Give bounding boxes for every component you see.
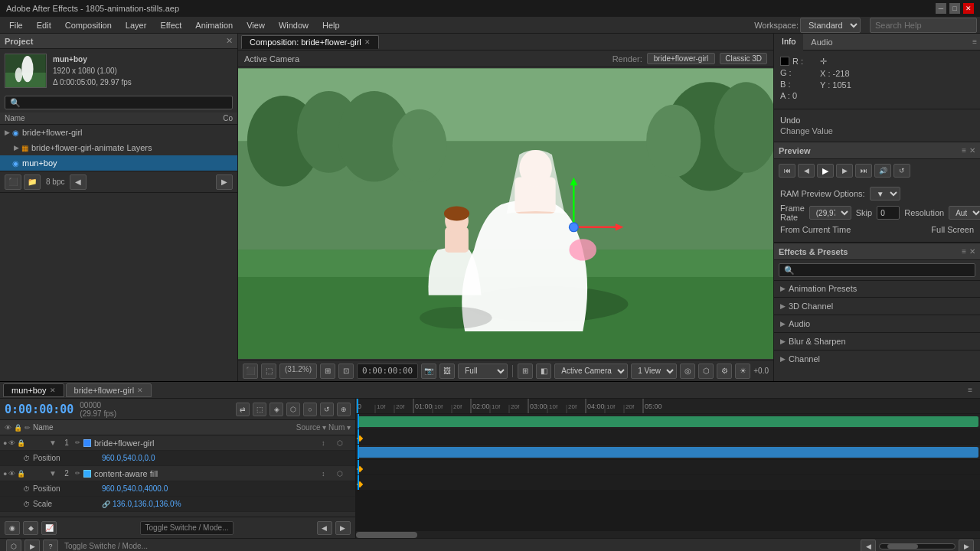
tl-switch-1[interactable]: 👁 [5,424,11,432]
tl-tool-4[interactable]: ⬡ [286,403,300,416]
go-to-start-button[interactable]: ⏮ [779,164,795,178]
audio-button[interactable]: 🔊 [874,164,891,178]
status-help[interactable]: ? [43,540,58,552]
panel-options-button[interactable]: ≡ [969,37,980,46]
play-button[interactable]: ▶ [817,164,834,178]
comp-tab-close[interactable]: ✕ [364,38,371,46]
zoom-control[interactable]: (31.2%) [279,364,317,379]
effect-audio[interactable]: ▶ Audio [774,316,980,331]
timeline-options-button[interactable]: ≡ [963,386,977,394]
menu-help[interactable]: Help [316,19,346,31]
effects-options-button[interactable]: ≡ [962,247,966,256]
tl-zoom-in-button[interactable]: ▶ [335,521,351,535]
layer-2-mode[interactable]: ⬡ [337,470,352,478]
project-options-button[interactable]: ▶ [216,174,233,190]
scrollbar-thumb[interactable] [356,532,417,538]
frame-rate-select[interactable]: (29,97) [809,206,851,220]
tl-tab-close2[interactable]: ✕ [137,386,143,394]
workspace-select[interactable]: Standard [800,18,861,33]
maximize-button[interactable]: □ [949,3,960,14]
timeline-zoom-thumb[interactable] [887,544,918,549]
tl-tab-close[interactable]: ✕ [50,386,56,394]
go-to-end-button[interactable]: ⏭ [855,164,872,178]
always-preview-button[interactable]: ⬛ [243,364,258,379]
new-comp-button[interactable]: ⬛ [5,174,21,190]
project-search-input[interactable] [5,96,233,109]
loop-button[interactable]: ↺ [893,164,910,178]
project-settings-button[interactable]: ◀ [70,174,87,190]
region-of-interest[interactable]: ⬚ [261,364,276,379]
comp-settings-button[interactable]: ⚙ [717,364,732,379]
skip-input[interactable] [877,206,900,220]
menu-animation[interactable]: Animation [189,19,239,31]
timeline-scrollbar[interactable] [356,530,980,538]
layer-1-vis[interactable]: 👁 [8,439,15,447]
position-value[interactable]: 960.0,540.0,0.0 [102,454,155,462]
menu-composition[interactable]: Composition [59,19,118,31]
timeline-tab-man-boy[interactable]: mun+boy ✕ [3,383,64,397]
view-select[interactable]: 1 View [631,364,677,379]
layer-2-solo[interactable]: ● [3,470,7,478]
tl-graph-editor-button[interactable]: 📈 [41,521,57,535]
effect-3d-channel[interactable]: ▶ 3D Channel [774,298,980,314]
timeline-tracks[interactable] [356,414,980,530]
render-button[interactable]: ◎ [680,364,695,379]
tl-add-keyframe-button[interactable]: ◆ [23,521,38,535]
tl-tool-7[interactable]: ⊕ [337,403,351,416]
layer-2-expand[interactable]: ▼ [49,469,61,478]
effects-close-button[interactable]: ✕ [969,247,975,256]
tl-tool-1[interactable]: ⇄ [236,403,250,416]
go-prev-frame-button[interactable]: ◀ [798,164,815,178]
layer-1-lock[interactable]: 🔒 [17,439,25,447]
timeline-ruler[interactable]: 0 10f 20f 01:00 10f 20f 02:00 [356,399,980,414]
position2-value[interactable]: 960.0,540.0,4000.0 [102,484,168,493]
quality-select[interactable]: Full Half Third Quarter Custom [458,364,508,379]
tree-item-bride-animate[interactable]: ▶ ▦ bride+flower-girl-animate Layers [0,140,237,155]
tree-item-bride-flower-girl[interactable]: ▶ ◉ bride+flower-girl [0,125,237,140]
layer-1-solo[interactable]: ● [3,439,7,447]
layer-2-lock[interactable]: 🔒 [17,470,25,478]
audio-tab[interactable]: Audio [803,34,840,51]
timeline-timecode[interactable]: 0:00:00:00 [5,403,74,416]
menu-layer[interactable]: Layer [119,19,153,31]
menu-edit[interactable]: Edit [31,19,57,31]
project-panel-close[interactable]: ✕ [226,36,233,46]
position2-stopwatch[interactable]: ⏱ [23,485,30,493]
show-snapshot-button[interactable]: 🖼 [439,364,455,379]
resolution-select[interactable]: Auto [949,206,980,220]
effects-search-input[interactable] [779,263,975,277]
layer-1-expand[interactable]: ▼ [49,439,61,447]
status-render[interactable]: ▶ [24,540,40,552]
track-2-position[interactable] [356,460,980,475]
layer-1-switch[interactable]: ↕ [322,439,337,447]
tree-item-man-boy[interactable]: ▶ ◉ mun+boy [0,155,237,171]
tl-tool-5[interactable]: ○ [303,403,317,416]
timecode-display[interactable]: 0:00:00:00 [357,364,418,379]
pixel-aspect-button[interactable]: ◧ [536,364,551,379]
renderer-button[interactable]: Classic 3D [720,53,767,64]
safe-margins-button[interactable]: ⊡ [338,364,354,379]
track-2[interactable] [356,445,980,460]
layer-2-vis[interactable]: 👁 [8,470,15,478]
tl-tool-2[interactable]: ⬚ [253,403,266,416]
effect-channel[interactable]: ▶ Channel [774,351,980,367]
tl-switch-3[interactable]: ✏ [24,424,31,432]
zoom-fit-button[interactable]: ⊞ [320,364,335,379]
scale-link-icon[interactable]: 🔗 [102,500,110,508]
track-2-scale[interactable] [356,475,980,491]
ram-options-select[interactable]: ▼ [870,187,900,201]
tl-add-marker-button[interactable]: ◉ [5,521,20,535]
layer-1-edit-icon[interactable]: ✏ [75,439,80,446]
comp-flowchart-button[interactable]: ⬡ [698,364,714,379]
info-tab[interactable]: Info [774,34,803,51]
effect-animation-presets[interactable]: ▶ Animation Presets [774,281,980,296]
preview-close-button[interactable]: ✕ [969,146,975,155]
scroll-right[interactable]: ▶ [959,540,974,552]
camera-select[interactable]: Active Camera [554,364,628,379]
position-stopwatch[interactable]: ⏱ [23,455,30,462]
search-help-input[interactable] [870,18,977,33]
layer-2-switch[interactable]: ↕ [322,470,337,478]
timeline-layer-2[interactable]: ● 👁 🔒 ▼ 2 ✏ content-aware fill ↕ ⬡ [0,466,355,481]
menu-window[interactable]: Window [273,19,315,31]
status-new-comp[interactable]: ⬡ [6,540,21,552]
